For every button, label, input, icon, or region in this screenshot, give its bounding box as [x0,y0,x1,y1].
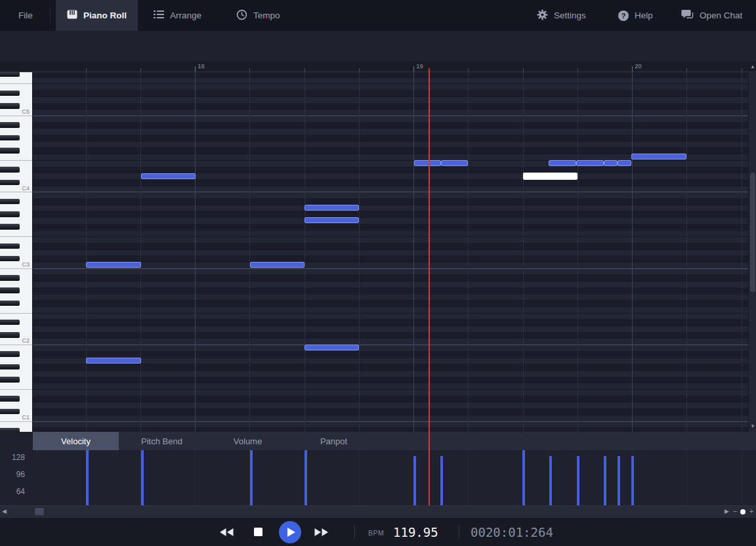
help-label: Help [635,10,653,20]
black-key[interactable] [0,396,20,402]
midi-note[interactable] [631,154,686,159]
black-key[interactable] [0,351,20,357]
horizontal-scrollbar-thumb[interactable] [35,508,44,515]
velocity-bar[interactable] [631,456,634,505]
ruler-beat-tick [742,68,742,72]
top-nav-bar: File Piano Roll Arrange Tempo Settings ?… [0,0,756,31]
velocity-bar[interactable] [604,456,606,505]
fast-forward-button[interactable] [314,528,329,537]
black-key[interactable] [0,320,20,326]
black-key[interactable] [0,103,20,109]
stop-button[interactable] [254,528,262,536]
midi-note-selected[interactable] [523,173,578,180]
grid-beat-line [304,72,305,432]
piano-keyboard[interactable]: C5C4C3C2C1 [0,72,33,432]
midi-note[interactable] [549,160,576,166]
control-tab-volume[interactable]: Volume [205,432,291,450]
velocity-bar[interactable] [549,456,552,505]
rewind-button[interactable] [219,528,234,537]
ruler-beat-tick [140,68,141,72]
midi-note[interactable] [141,173,196,179]
velocity-bar[interactable] [304,450,307,505]
black-key[interactable] [0,364,20,370]
black-key[interactable] [0,275,20,281]
midi-note[interactable] [618,160,631,166]
scroll-down-icon[interactable]: ▼ [750,424,755,429]
black-key[interactable] [0,72,20,77]
play-button[interactable] [279,521,301,543]
piano-roll-app: File Piano Roll Arrange Tempo Settings ?… [0,0,756,546]
control-tab-pitch-bend[interactable]: Pitch Bend [119,432,205,450]
velocity-bar[interactable] [141,450,144,505]
black-key[interactable] [0,91,20,96]
black-key[interactable] [0,377,20,383]
velocity-bar[interactable] [440,456,443,505]
black-key[interactable] [0,243,20,249]
measure-ruler[interactable]: 181920 [0,62,756,72]
zoom-in-icon[interactable]: + [749,506,753,518]
scroll-up-icon[interactable]: ▲ [750,64,755,70]
black-key[interactable] [0,148,20,154]
grid-beat-line [140,72,141,432]
help-button[interactable]: ? Help [612,0,660,31]
zoom-out-icon[interactable]: − [733,506,737,518]
grid-beat-line [686,72,687,432]
velocity-bar[interactable] [250,450,253,505]
bpm-value[interactable]: 119.95 [393,525,438,539]
control-tab-panpot[interactable]: Panpot [291,432,377,450]
midi-note[interactable] [86,262,141,268]
white-key-separator [0,421,33,422]
velocity-bar-selected[interactable] [522,450,525,505]
settings-button[interactable]: Settings [530,0,593,31]
midi-note[interactable] [576,160,604,166]
midi-note[interactable] [304,217,359,223]
ruler-beat-tick [249,68,250,72]
scroll-right-icon[interactable]: ▶ [724,506,729,518]
black-key[interactable] [0,301,20,306]
velocity-bar[interactable] [577,456,579,505]
black-key[interactable] [0,409,20,415]
toolbar: Acoustic Gran... Event List Fretles... P… [0,31,756,62]
midi-note[interactable] [414,160,441,166]
grid-beat-line [249,72,250,432]
black-key[interactable] [0,256,20,262]
midi-note[interactable] [304,345,359,350]
velocity-bar[interactable] [413,456,416,505]
control-tab-velocity[interactable]: Velocity [33,432,119,450]
black-key[interactable] [0,211,20,217]
scroll-left-icon[interactable]: ◀ [2,506,7,518]
black-key[interactable] [0,287,20,293]
tab-piano-roll[interactable]: Piano Roll [56,0,138,31]
vertical-scrollbar-thumb[interactable] [750,173,755,292]
tab-arrange[interactable]: Arrange [146,0,209,31]
black-key[interactable] [0,199,20,205]
velocity-bar[interactable] [86,450,89,505]
grid-beat-line [578,72,578,432]
zoom-slider-knob[interactable] [740,509,746,514]
ruler-bar-number: 20 [635,62,642,70]
note-grid[interactable] [33,72,748,432]
midi-note[interactable] [604,160,618,166]
vertical-scrollbar[interactable] [748,72,756,432]
midi-note[interactable] [86,358,141,364]
black-key[interactable] [0,135,20,141]
black-key[interactable] [0,180,20,186]
open-chat-button[interactable]: Open Chat [675,0,749,31]
ruler-bar-number: 18 [198,62,205,70]
black-key[interactable] [0,224,20,230]
tab-tempo[interactable]: Tempo [228,0,288,31]
file-menu[interactable]: File [10,0,41,31]
gear-icon [537,9,548,22]
horizontal-scrollbar[interactable]: ◀ ▶ − + [0,505,756,517]
chat-icon [681,9,694,22]
black-key[interactable] [0,122,20,128]
black-key[interactable] [0,167,20,173]
midi-note[interactable] [441,160,468,166]
control-tab-bar: VelocityPitch BendVolumePanpot [0,432,756,450]
midi-note[interactable] [250,262,304,268]
midi-note[interactable] [304,205,359,211]
velocity-bar[interactable] [618,456,620,505]
white-key-separator [0,345,33,345]
black-key[interactable] [0,332,20,338]
velocity-pane[interactable]: 128966432 [0,450,756,505]
